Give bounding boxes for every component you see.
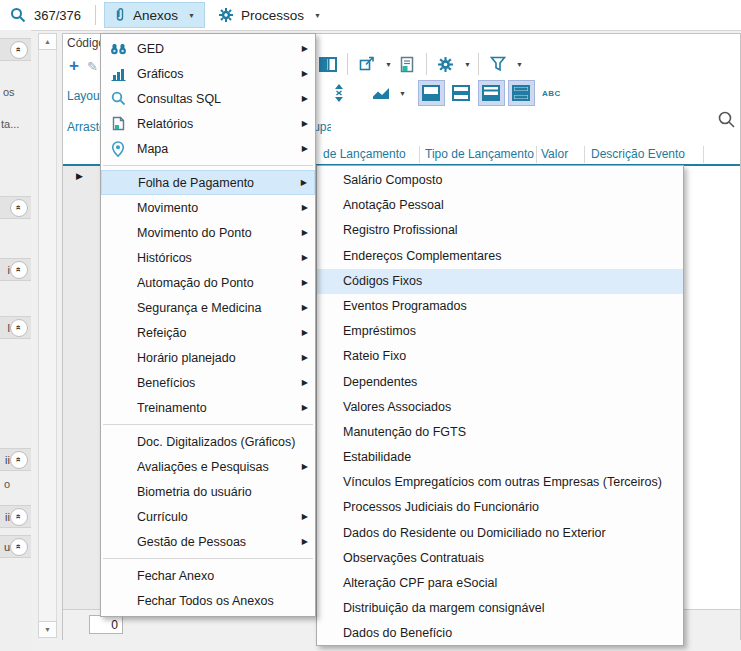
submenu-item-enderecos-complementares[interactable]: Endereços Complementares bbox=[317, 244, 683, 269]
collapse-chevron-icon[interactable]: » bbox=[10, 508, 28, 526]
column-header[interactable]: Descrição Evento bbox=[591, 147, 685, 161]
layout-split-button[interactable] bbox=[448, 80, 475, 106]
submenu-item-valores-associados[interactable]: Valores Associados bbox=[317, 395, 683, 420]
columns-layout-icon[interactable] bbox=[316, 52, 340, 76]
collapse-chevron-icon[interactable]: » bbox=[10, 319, 28, 337]
menu-item-treinamento[interactable]: Treinamento ▶ bbox=[101, 395, 315, 420]
toolbar-divider bbox=[426, 53, 427, 75]
column-header[interactable]: de Lançamento bbox=[323, 147, 406, 161]
vertical-scrollbar[interactable] bbox=[38, 33, 57, 638]
report-page-icon[interactable] bbox=[395, 52, 419, 76]
collapse-chevron-icon[interactable]: » bbox=[10, 199, 28, 217]
current-row-indicator-icon: ▶ bbox=[76, 171, 83, 181]
submenu-arrow-icon: ▶ bbox=[302, 119, 308, 128]
collapse-chevron-icon[interactable]: » bbox=[10, 451, 28, 469]
menu-item-refeicao[interactable]: Refeição ▶ bbox=[101, 320, 315, 345]
chevron-down-icon[interactable]: ▼ bbox=[385, 61, 392, 68]
submenu-item-rateio-fixo[interactable]: Rateio Fixo bbox=[317, 344, 683, 369]
fit-rows-icon[interactable] bbox=[327, 81, 351, 105]
search-icon bbox=[108, 91, 128, 107]
menu-item-gestao-de-pessoas[interactable]: Gestão de Pessoas ▶ bbox=[101, 529, 315, 554]
grid-search-icon[interactable] bbox=[717, 110, 736, 129]
menu-item-movimento-do-ponto[interactable]: Movimento do Ponto ▶ bbox=[101, 220, 315, 245]
menu-item-mapa[interactable]: Mapa ▶ bbox=[101, 136, 315, 161]
ramp-chart-icon[interactable] bbox=[369, 81, 393, 105]
chevron-down-icon[interactable]: ▼ bbox=[399, 90, 406, 97]
submenu-item-registro-profissional[interactable]: Registro Profissional bbox=[317, 218, 683, 243]
menu-item-biometria-do-usuario[interactable]: Biometria do usuário bbox=[101, 479, 315, 504]
menu-item-beneficios[interactable]: Benefícios ▶ bbox=[101, 370, 315, 395]
search-icon[interactable] bbox=[10, 7, 26, 23]
panel-header: ii» bbox=[0, 505, 31, 528]
footer-count: 0 bbox=[89, 615, 123, 634]
processos-menu-button[interactable]: Processos ▼ bbox=[209, 2, 330, 28]
panel-header: ii» bbox=[0, 448, 31, 471]
menu-item-ged[interactable]: GED ▶ bbox=[101, 36, 315, 61]
menu-item-graficos[interactable]: Gráficos ▶ bbox=[101, 61, 315, 86]
paperclip-icon bbox=[114, 7, 126, 23]
abc-icon[interactable]: ABC bbox=[542, 89, 561, 98]
layout-stacked-button[interactable] bbox=[508, 80, 535, 106]
submenu-item-dados-do-beneficio[interactable]: Dados do Benefício bbox=[317, 621, 683, 646]
panel-header: » bbox=[0, 196, 31, 219]
layout-preview-bottom-button[interactable] bbox=[418, 80, 445, 106]
collapse-chevron-icon[interactable]: » bbox=[10, 538, 28, 556]
chevron-down-icon: ▼ bbox=[188, 12, 195, 19]
submenu-item-eventos-programados[interactable]: Eventos Programados bbox=[317, 294, 683, 319]
collapse-chevron-icon[interactable]: » bbox=[10, 41, 28, 59]
menu-item-doc-digitalizados[interactable]: Doc. Digitalizados (Gráficos) bbox=[101, 429, 315, 454]
chevron-down-icon[interactable]: ▼ bbox=[516, 61, 523, 68]
submenu-item-emprestimos[interactable]: Empréstimos bbox=[317, 319, 683, 344]
submenu-arrow-icon: ▶ bbox=[302, 353, 308, 362]
column-header[interactable]: Valor bbox=[541, 147, 568, 161]
scroll-up-button[interactable]: ▲ bbox=[38, 33, 57, 50]
panel-header: u» bbox=[0, 535, 31, 558]
submenu-item-vinculos-empregaticios[interactable]: Vínculos Empregatícios com outras Empres… bbox=[317, 470, 683, 495]
menu-item-automacao-do-ponto[interactable]: Automação do Ponto ▶ bbox=[101, 270, 315, 295]
submenu-item-anotacao-pessoal[interactable]: Anotação Pessoal bbox=[317, 193, 683, 218]
menu-item-folha-de-pagamento[interactable]: Folha de Pagamento ▶ bbox=[101, 170, 315, 195]
bar-chart-icon bbox=[108, 66, 128, 82]
submenu-item-alteracao-cpf-esocial[interactable]: Alteração CPF para eSocial bbox=[317, 571, 683, 596]
menu-item-fechar-todos-os-anexos[interactable]: Fechar Todos os Anexos bbox=[101, 588, 315, 613]
submenu-arrow-icon: ▶ bbox=[302, 403, 308, 412]
menu-item-seguranca-e-medicina[interactable]: Segurança e Medicina ▶ bbox=[101, 295, 315, 320]
column-header[interactable]: Tipo de Lançamento bbox=[425, 147, 534, 161]
add-icon[interactable]: + bbox=[69, 56, 79, 76]
export-icon[interactable] bbox=[355, 52, 379, 76]
toolbar-divider bbox=[95, 5, 96, 25]
anexos-menu-button[interactable]: Anexos ▼ bbox=[104, 2, 205, 28]
menu-item-avaliacoes-e-pesquisas[interactable]: Avaliações e Pesquisas ▶ bbox=[101, 454, 315, 479]
submenu-item-distribuicao-margem-consignavel[interactable]: Distribuição da margem consignável bbox=[317, 596, 683, 621]
submenu-item-estabilidade[interactable]: Estabilidade bbox=[317, 445, 683, 470]
submenu-item-dependentes[interactable]: Dependentes bbox=[317, 370, 683, 395]
menu-item-horario-planejado[interactable]: Horário planejado ▶ bbox=[101, 345, 315, 370]
panel-header: i» bbox=[0, 258, 31, 281]
chevron-down-icon[interactable]: ▼ bbox=[464, 61, 471, 68]
report-icon bbox=[108, 116, 128, 132]
edit-pencil-icon[interactable]: ✎ bbox=[87, 59, 98, 74]
menu-item-historicos[interactable]: Históricos ▶ bbox=[101, 245, 315, 270]
layout-header-preview-button[interactable] bbox=[478, 80, 505, 106]
menu-item-consultas-sql[interactable]: Consultas SQL ▶ bbox=[101, 86, 315, 111]
anexos-label: Anexos bbox=[133, 8, 178, 23]
menu-item-relatorios[interactable]: Relatórios ▶ bbox=[101, 111, 315, 136]
menu-item-curriculo[interactable]: Currículo ▶ bbox=[101, 504, 315, 529]
scroll-down-button[interactable]: ▼ bbox=[38, 621, 57, 638]
clipped-text: ta... bbox=[1, 118, 19, 130]
gear-icon[interactable] bbox=[434, 52, 458, 76]
submenu-item-observacoes-contratuais[interactable]: Observações Contratuais bbox=[317, 546, 683, 571]
submenu-item-dados-residente-exterior[interactable]: Dados do Residente ou Domiciliado no Ext… bbox=[317, 521, 683, 546]
layout-link[interactable]: Layout bbox=[67, 89, 103, 103]
menu-separator bbox=[103, 558, 313, 559]
menu-item-movimento[interactable]: Movimento ▶ bbox=[101, 195, 315, 220]
menu-item-fechar-anexo[interactable]: Fechar Anexo bbox=[101, 563, 315, 588]
submenu-arrow-icon: ▶ bbox=[302, 537, 308, 546]
submenu-item-codigos-fixos[interactable]: Códigos Fixos bbox=[317, 269, 683, 294]
submenu-item-processos-judiciais[interactable]: Processos Judiciais do Funcionário bbox=[317, 495, 683, 520]
filter-icon[interactable] bbox=[486, 52, 510, 76]
collapse-chevron-icon[interactable]: » bbox=[10, 261, 28, 279]
submenu-item-salario-composto[interactable]: Salário Composto bbox=[317, 168, 683, 193]
submenu-item-manutencao-do-fgts[interactable]: Manutenção do FGTS bbox=[317, 420, 683, 445]
submenu-arrow-icon: ▶ bbox=[302, 378, 308, 387]
